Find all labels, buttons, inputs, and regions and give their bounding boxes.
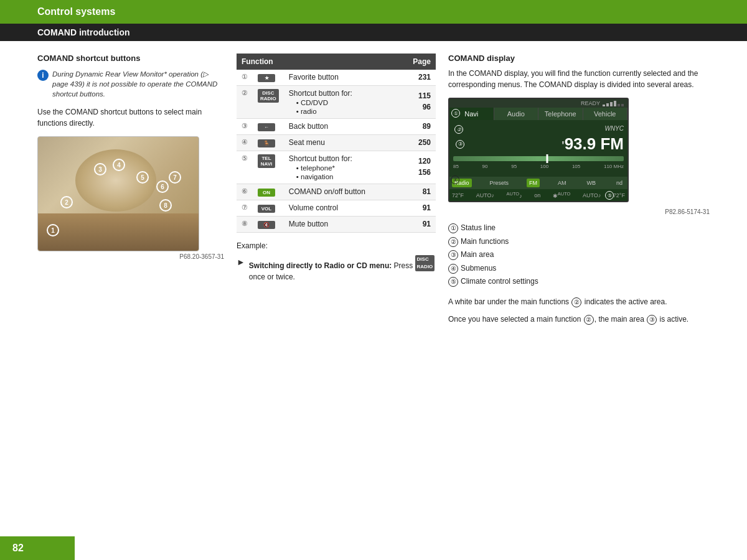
tuner-scale: 85 90 95 100 105 110 MHz <box>453 164 624 169</box>
desc-text-2: Once you have selected a main function ②… <box>448 314 710 325</box>
station-num-2: ② <box>454 125 463 134</box>
circled-3: ③ <box>647 315 657 325</box>
car-image-inner: 1 2 3 4 5 6 7 8 <box>38 137 199 251</box>
info-icon: i <box>37 70 49 81</box>
row-page: 81 <box>399 184 436 200</box>
submenus-row: ④ Radio Presets FM AM WB nd <box>449 177 627 189</box>
nav-tabs: ① Navi Audio Telephone Vehicle <box>449 108 627 120</box>
table-row: ④🪑Seat menu250 <box>237 135 436 151</box>
table-row: ⑧🔇Mute button91 <box>237 217 436 233</box>
signal-bar-6 <box>621 104 624 106</box>
comand-intro-text: In the COMAND display, you will find the… <box>448 68 710 90</box>
tuner-container: 85 90 95 100 105 110 MHz <box>453 156 624 169</box>
submenu-am[interactable]: AM <box>555 179 569 187</box>
table-row: ⑥ONCOMAND on/off button81 <box>237 184 436 200</box>
row-num: ⑥ <box>237 184 253 200</box>
black-subheader-title: COMAND introduction <box>37 27 130 37</box>
row-label: Volume control <box>284 200 399 217</box>
freq-value: 93.9 FM <box>565 134 624 153</box>
signal-bar-5 <box>618 104 620 106</box>
green-header-title: Control systems <box>37 6 115 17</box>
legend-text: Climate control settings <box>461 277 538 286</box>
middle-column: Function Page ①★Favorite button231②DISC … <box>237 54 436 517</box>
tab-telephone[interactable]: Telephone <box>538 108 583 120</box>
climate-on: on <box>534 192 540 198</box>
tab-vehicle[interactable]: Vehicle <box>583 108 628 120</box>
display-img-label: P82.86-5174-31 <box>448 208 710 215</box>
page-header: Page <box>399 54 436 70</box>
car-num-6: 6 <box>156 180 169 193</box>
row-page: 91 <box>399 200 436 217</box>
right-column: COMAND display In the COMAND display, yo… <box>448 54 710 517</box>
frequency-row: ③ '93.9 FM <box>453 134 624 154</box>
tuner-indicator <box>546 154 548 163</box>
scale-90: 90 <box>482 164 488 169</box>
tab-audio[interactable]: Audio <box>494 108 539 120</box>
climate-auto-4: AUTO♪ <box>583 192 601 198</box>
station-name: WNYC <box>604 125 624 132</box>
arrow-symbol: ► <box>237 256 245 282</box>
climate-row: 72°F AUTO♪ AUTO♪ on ✱AUTO AUTO♪ 72°F ⑤ <box>449 189 627 201</box>
row-page: 120156 <box>399 151 436 184</box>
freq-num-3: ③ <box>456 140 464 149</box>
disc-radio-inline-btn: DISCRADIO <box>415 255 435 271</box>
black-subheader: COMAND introduction <box>0 24 747 41</box>
signal-bar-3 <box>610 102 613 106</box>
scale-105: 105 <box>572 164 580 169</box>
signal-bar-4 <box>614 101 616 106</box>
sub-item: • radio <box>289 108 394 115</box>
legend-text: Main area <box>461 250 494 259</box>
legend-num: ③ <box>448 250 458 260</box>
frequency-text: '93.9 FM <box>561 134 624 154</box>
scale-85: 85 <box>453 164 459 169</box>
comand-display-title: COMAND display <box>448 54 710 63</box>
table-row: ②DISC RADIOShortcut button for:• CD/DVD•… <box>237 86 436 119</box>
example-item: ► Switching directly to Radio or CD menu… <box>237 255 436 282</box>
submenu-wb[interactable]: WB <box>584 179 598 187</box>
legend-num: ⑤ <box>448 277 458 287</box>
scale-110: 110 MHz <box>604 164 624 169</box>
legend-text: Main functions <box>461 237 509 246</box>
tab-navi[interactable]: ① Navi <box>449 108 494 120</box>
row-num: ⑧ <box>237 217 253 233</box>
legend-text: Status line <box>461 223 496 232</box>
use-text: Use the COMAND shortcut buttons to selec… <box>37 106 224 129</box>
submenu-nd[interactable]: nd <box>614 179 625 187</box>
example-label: Example: <box>237 241 436 250</box>
row-num: ④ <box>237 135 253 151</box>
row-label: Shortcut button for:• CD/DVD• radio <box>284 86 399 119</box>
climate-auto-3: ✱AUTO <box>553 191 571 199</box>
shortcut-buttons-title: COMAND shortcut buttons <box>37 54 224 63</box>
scale-95: 95 <box>511 164 517 169</box>
circled-2a: ② <box>571 297 581 307</box>
row-num: ③ <box>237 119 253 135</box>
legend-item: ⑤Climate control settings <box>448 275 710 289</box>
table-row: ①★Favorite button231 <box>237 70 436 86</box>
station-row: ② WNYC <box>453 125 624 132</box>
legend-item: ②Main functions <box>448 235 710 249</box>
car-image: 1 2 3 4 5 6 7 8 <box>37 136 199 251</box>
legend-item: ④Submenus <box>448 262 710 276</box>
scale-100: 100 <box>540 164 548 169</box>
row-page: 231 <box>399 70 436 86</box>
row-label: COMAND on/off button <box>284 184 399 200</box>
row-icon: ON <box>253 184 284 200</box>
submenu-presets[interactable]: Presets <box>487 179 512 187</box>
ready-label: READY <box>581 100 600 106</box>
example-item-bold: Switching directly to Radio or CD menu: <box>249 261 392 270</box>
row-page: 250 <box>399 135 436 151</box>
row-num: ① <box>237 70 253 86</box>
signal-bar-2 <box>606 103 609 106</box>
submenu-num-4: ④ <box>451 175 459 184</box>
submenu-fm[interactable]: FM <box>527 179 540 187</box>
row-page: 89 <box>399 119 436 135</box>
car-img-label: P68.20-3657-31 <box>37 253 224 260</box>
legend-list: ①Status line②Main functions③Main area④Su… <box>448 222 710 289</box>
main-content: COMAND shortcut buttons i During Dynamic… <box>0 41 747 530</box>
function-table: Function Page ①★Favorite button231②DISC … <box>237 54 436 233</box>
legend-text: Submenus <box>461 264 496 273</box>
row-label: Back button <box>284 119 399 135</box>
row-icon: VOL <box>253 200 284 217</box>
row-num: ② <box>237 86 253 119</box>
row-page: 11596 <box>399 86 436 119</box>
